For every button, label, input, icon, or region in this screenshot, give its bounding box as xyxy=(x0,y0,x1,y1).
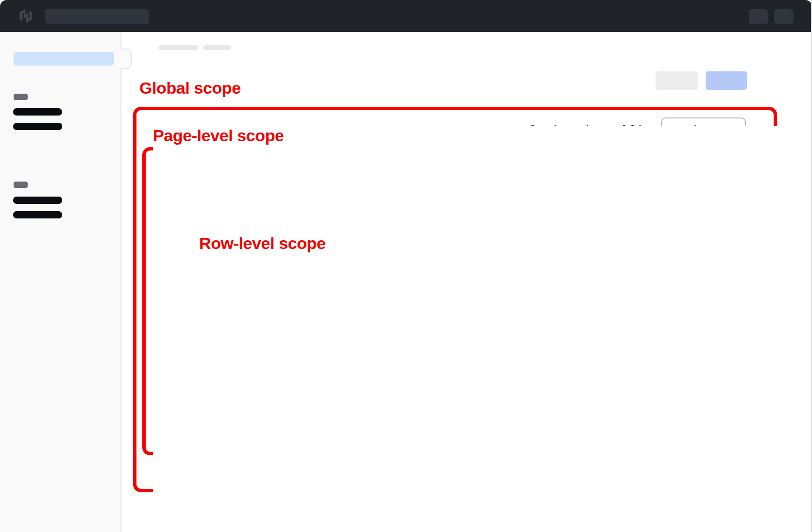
breadcrumb-skeleton-1 xyxy=(158,45,198,50)
secondary-button-skeleton[interactable] xyxy=(656,71,698,90)
app-window: Global scope Page-level scope Row-level … xyxy=(0,0,812,532)
navbar-action-skeleton-1[interactable] xyxy=(749,9,768,24)
primary-button-skeleton[interactable] xyxy=(706,71,747,90)
navbar-action-skeleton-2[interactable] xyxy=(774,9,794,24)
row-level-scope-label: Row-level scope xyxy=(199,234,325,253)
global-scope-label: Global scope xyxy=(139,79,241,98)
sidebar-collapse-handle[interactable] xyxy=(120,49,132,69)
sidebar-item-skeleton[interactable] xyxy=(13,123,62,130)
search-input-skeleton[interactable] xyxy=(45,9,149,24)
sidebar-item-skeleton[interactable] xyxy=(13,108,62,116)
breadcrumb-skeleton-2 xyxy=(203,45,231,50)
sidebar-active-item-skeleton[interactable] xyxy=(14,52,114,66)
page-level-scope-label: Page-level scope xyxy=(153,126,812,532)
sidebar-item-skeleton[interactable] xyxy=(13,197,62,204)
top-navbar xyxy=(0,0,812,32)
sidebar-section-label-skeleton-2 xyxy=(14,182,28,188)
hashicorp-logo-icon xyxy=(18,8,34,24)
sidebar-item-skeleton[interactable] xyxy=(13,211,62,218)
sidebar-section-label-skeleton-1 xyxy=(14,94,28,100)
sidebar xyxy=(0,32,121,532)
